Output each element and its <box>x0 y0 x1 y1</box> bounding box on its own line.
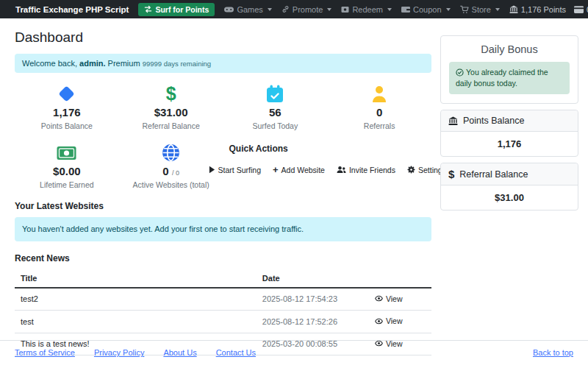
nav-coupon-menu[interactable]: Coupon <box>401 5 451 14</box>
back-to-top-link[interactable]: Back to top <box>533 348 573 357</box>
daily-bonus-claimed-alert: You already claimed the daily bonus toda… <box>449 62 570 94</box>
right-sidebar: Daily Bonus You already claimed the dail… <box>440 18 578 340</box>
news-col-actions <box>369 269 431 288</box>
plus-icon: + <box>273 165 279 174</box>
news-date-cell: 2025-08-12 17:54:23 <box>257 288 369 311</box>
surf-for-points-button[interactable]: Surf for Points <box>138 3 215 16</box>
websites-total: / 0 <box>172 169 179 177</box>
credit-card-icon <box>574 6 584 13</box>
money-bill-icon <box>15 143 119 163</box>
eye-icon <box>375 294 383 302</box>
add-website-link[interactable]: + Add Website <box>273 165 325 174</box>
link-icon <box>282 5 290 13</box>
contact-us-link[interactable]: Contact Us <box>216 348 256 357</box>
play-icon <box>209 166 215 174</box>
quick-actions-row: Start Surfing + Add Website Invite Frien… <box>223 165 432 174</box>
daily-bonus-title: Daily Bonus <box>449 43 570 55</box>
news-col-date: Date <box>257 269 369 288</box>
quick-actions-panel: Quick Actions Start Surfing + Add Websit… <box>223 143 432 189</box>
gamepad-icon <box>224 6 234 13</box>
news-title-cell: test <box>15 311 257 333</box>
terms-of-service-link[interactable]: Terms of Service <box>15 348 75 357</box>
points-balance-card: Points Balance 1,176 <box>440 110 578 157</box>
nav-redeem-menu[interactable]: Redeem <box>341 5 392 14</box>
cart-icon <box>460 5 469 14</box>
privacy-policy-link[interactable]: Privacy Policy <box>94 348 144 357</box>
nav-promote-menu[interactable]: Promote <box>282 5 332 14</box>
brand-link[interactable]: Traffic Exchange PHP Script <box>15 5 129 14</box>
table-row: test 2025-08-12 17:52:26 View <box>15 311 431 333</box>
view-news-link[interactable]: View <box>375 294 403 303</box>
start-surfing-link[interactable]: Start Surfing <box>209 165 261 174</box>
welcome-username: admin. <box>79 59 105 68</box>
recent-news-title: Recent News <box>15 253 431 263</box>
points-balance-value: 1,176 <box>441 132 578 156</box>
footer: Terms of Service Privacy Policy About Us… <box>0 340 588 368</box>
news-header-row: Title Date <box>15 269 431 288</box>
stat-referrals: 0 Referrals <box>327 84 431 130</box>
daily-bonus-card: Daily Bonus You already claimed the dail… <box>440 35 578 104</box>
gear-icon <box>407 166 415 174</box>
stat-surfed-today: 56 Surfed Today <box>223 84 328 130</box>
premium-days-remaining: 99999 days remaining <box>143 60 211 68</box>
chevron-down-icon <box>268 8 272 11</box>
chevron-down-icon <box>495 8 500 11</box>
news-col-title: Title <box>15 269 257 288</box>
news-date-cell: 2025-08-12 17:52:26 <box>257 311 369 333</box>
check-circle-icon <box>456 68 464 77</box>
top-navbar: Traffic Exchange PHP Script Surf for Poi… <box>0 0 588 18</box>
referral-balance-header: $ Referral Balance <box>441 163 578 185</box>
left-column: Dashboard Welcome back, admin. Premium 9… <box>15 18 431 340</box>
main-content: Dashboard Welcome back, admin. Premium 9… <box>0 18 588 340</box>
wallet-icon <box>401 6 410 13</box>
quick-actions-title: Quick Actions <box>223 144 432 154</box>
page-title: Dashboard <box>15 29 431 46</box>
latest-websites-title: Your Latest Websites <box>15 201 431 211</box>
gem-icon <box>15 84 119 104</box>
nav-store-menu[interactable]: Store <box>460 5 500 14</box>
welcome-alert: Welcome back, admin. Premium 99999 days … <box>15 54 431 73</box>
about-us-link[interactable]: About Us <box>163 348 196 357</box>
gift-card-icon <box>341 6 349 13</box>
user-icon <box>327 84 431 104</box>
dollar-icon: $ <box>448 169 454 180</box>
chevron-down-icon <box>387 8 392 11</box>
invite-friends-link[interactable]: Invite Friends <box>337 165 395 174</box>
stats-grid: 1,176 Points Balance $ $31.00 Referral B… <box>15 84 431 189</box>
navbar-right-group: 1,176 Points 0 0 0 + Websites admin <box>509 4 588 14</box>
stat-active-websites: 0 / 0 Active Websites (total) <box>119 143 223 189</box>
news-title-cell: test2 <box>15 288 257 311</box>
globe-icon <box>119 143 223 163</box>
points-counter[interactable]: 1,176 Points <box>509 5 566 14</box>
table-row: test2 2025-08-12 17:54:23 View <box>15 288 431 311</box>
users-icon <box>337 166 346 174</box>
points-balance-header: Points Balance <box>441 110 578 132</box>
bank-icon <box>448 116 458 126</box>
referral-balance-value: $31.00 <box>441 185 578 210</box>
stat-lifetime-earned: $0.00 Lifetime Earned <box>15 143 119 189</box>
stat-points-balance: 1,176 Points Balance <box>15 84 119 130</box>
card-counter[interactable]: 0 <box>574 5 588 14</box>
view-news-link[interactable]: View <box>375 316 403 325</box>
chevron-down-icon <box>327 8 331 11</box>
calendar-check-icon <box>223 84 328 104</box>
nav-games-menu[interactable]: Games <box>224 5 271 14</box>
referral-balance-card: $ Referral Balance $31.00 <box>440 163 578 210</box>
dollar-icon: $ <box>119 84 223 104</box>
stat-referral-balance: $ $31.00 Referral Balance <box>119 84 223 130</box>
chevron-down-icon <box>446 8 451 11</box>
bank-icon <box>509 5 518 14</box>
eye-icon <box>375 317 383 325</box>
exchange-icon <box>144 5 152 13</box>
no-websites-alert: You haven't added any websites yet. Add … <box>15 217 431 241</box>
